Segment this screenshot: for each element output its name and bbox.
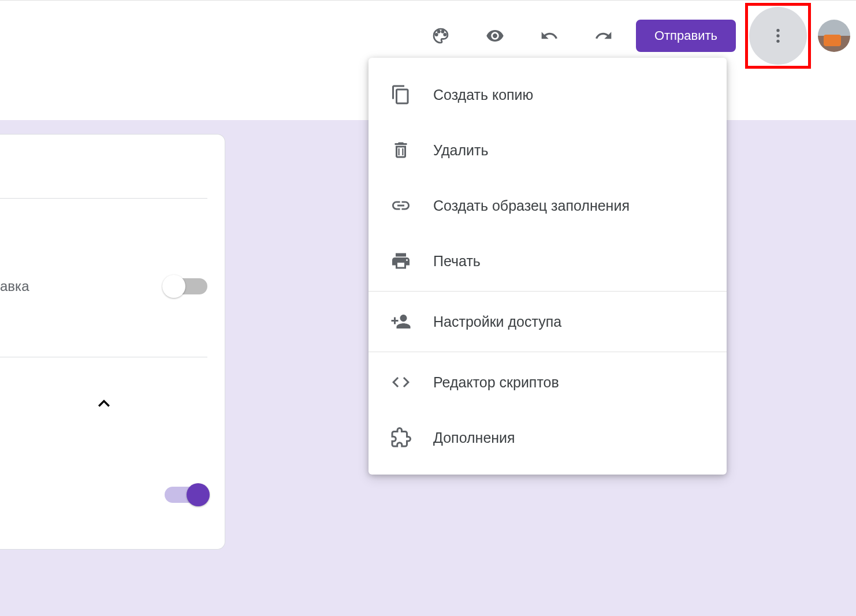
more-button-highlight bbox=[745, 3, 811, 69]
svg-point-1 bbox=[438, 30, 440, 32]
theme-button[interactable] bbox=[425, 20, 457, 52]
divider bbox=[0, 198, 207, 199]
svg-point-4 bbox=[776, 29, 779, 32]
code-icon bbox=[389, 371, 412, 394]
menu-label: Дополнения bbox=[433, 430, 515, 446]
more-vertical-icon bbox=[769, 27, 787, 45]
link-icon bbox=[389, 194, 412, 217]
menu-divider bbox=[369, 352, 727, 352]
people-add-icon bbox=[389, 310, 412, 333]
redo-icon bbox=[594, 27, 613, 45]
preview-button[interactable] bbox=[479, 20, 511, 52]
more-options-button[interactable] bbox=[749, 7, 807, 65]
chevron-up-icon bbox=[92, 392, 116, 415]
menu-label: Печать bbox=[433, 253, 481, 270]
menu-item-copy[interactable]: Создать копию bbox=[369, 67, 727, 122]
menu-label: Создать копию bbox=[433, 87, 533, 103]
copy-icon bbox=[389, 83, 412, 106]
menu-label: Редактор скриптов bbox=[433, 374, 559, 391]
svg-point-2 bbox=[441, 30, 444, 32]
menu-label: Создать образец заполнения bbox=[433, 197, 630, 214]
collapse-button[interactable] bbox=[0, 392, 207, 417]
eye-icon bbox=[486, 27, 504, 45]
svg-point-6 bbox=[776, 39, 779, 42]
toggle-switch-2[interactable] bbox=[165, 487, 207, 503]
divider bbox=[0, 357, 207, 357]
redo-button[interactable] bbox=[587, 20, 620, 52]
svg-point-3 bbox=[444, 33, 446, 36]
svg-rect-7 bbox=[399, 148, 400, 155]
menu-item-script-editor[interactable]: Редактор скриптов bbox=[369, 354, 727, 410]
undo-button[interactable] bbox=[533, 20, 565, 52]
more-options-menu: Создать копию Удалить Создать образец за… bbox=[369, 58, 727, 475]
user-avatar[interactable] bbox=[818, 20, 850, 52]
palette-icon bbox=[431, 27, 450, 45]
toggle-knob bbox=[187, 483, 210, 506]
menu-divider bbox=[369, 291, 727, 292]
svg-point-0 bbox=[436, 33, 438, 36]
menu-label: Настройки доступа bbox=[433, 313, 561, 330]
menu-label: Удалить bbox=[433, 142, 488, 159]
menu-item-addons[interactable]: Дополнения bbox=[369, 410, 727, 465]
svg-rect-8 bbox=[402, 148, 403, 155]
setting-label: авка bbox=[0, 278, 29, 294]
menu-item-delete[interactable]: Удалить bbox=[369, 122, 727, 178]
trash-icon bbox=[389, 139, 412, 162]
send-button[interactable]: Отправить bbox=[636, 20, 736, 52]
toggle-switch-1[interactable] bbox=[165, 278, 207, 294]
print-icon bbox=[389, 249, 412, 272]
menu-item-prefill-link[interactable]: Создать образец заполнения bbox=[369, 178, 727, 233]
undo-icon bbox=[540, 27, 559, 45]
settings-card: авка bbox=[0, 134, 225, 550]
toggle-knob bbox=[162, 275, 185, 298]
svg-point-5 bbox=[776, 34, 779, 37]
menu-item-sharing[interactable]: Настройки доступа bbox=[369, 294, 727, 349]
puzzle-icon bbox=[389, 426, 412, 449]
setting-row: авка bbox=[0, 274, 207, 299]
menu-item-print[interactable]: Печать bbox=[369, 233, 727, 289]
